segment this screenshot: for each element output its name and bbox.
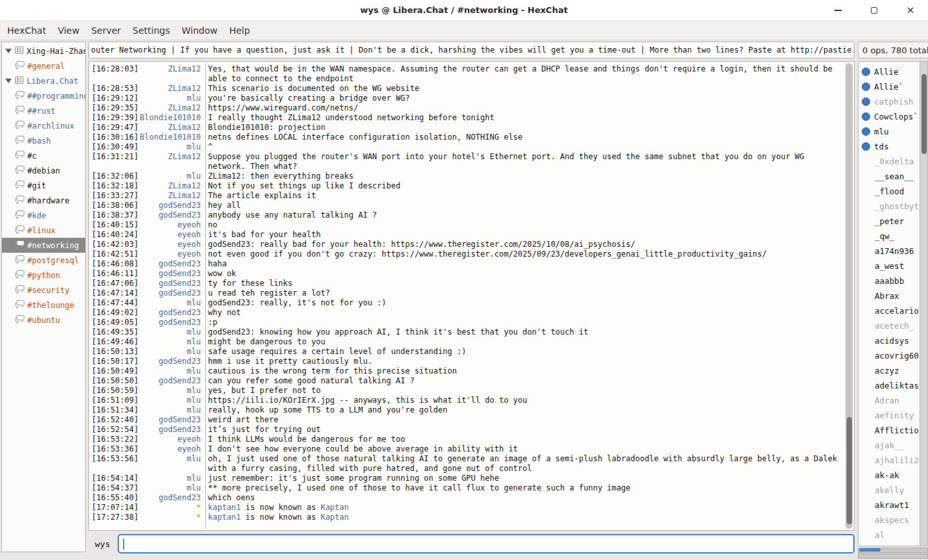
message-nick[interactable]: mlu [139, 142, 201, 152]
expander-icon[interactable] [5, 49, 12, 53]
message-nick[interactable]: eyeoh [139, 249, 201, 259]
user-list-item[interactable]: Allie` [858, 79, 920, 94]
message-nick[interactable]: ZLima12 [139, 84, 201, 94]
user-list-item[interactable]: _qw_ [858, 229, 920, 244]
message-nick[interactable]: mlu [139, 386, 201, 396]
message-nick[interactable]: ZLima12 [139, 152, 201, 172]
message-nick[interactable]: godSend23 [139, 493, 201, 503]
message-nick[interactable]: ZLima12 [139, 103, 201, 113]
user-list-item[interactable]: _0xdelta [858, 154, 920, 169]
tree-channel-hardware[interactable]: #hardware [2, 193, 85, 208]
tree-channel-archlinux[interactable]: #archlinux [2, 118, 85, 133]
user-list-item[interactable]: acovrig60 [858, 348, 920, 363]
user-list-item[interactable]: ajak__ [858, 438, 920, 453]
user-list-item[interactable]: acidsys [858, 333, 920, 348]
user-list-item[interactable]: aaabbb [858, 274, 920, 288]
user-list-item[interactable]: Afflictio [858, 423, 920, 438]
user-list-item[interactable]: Cowclops` [858, 109, 920, 124]
message-nick[interactable]: ZLima12 [139, 64, 201, 84]
user-list-item[interactable]: accelario [858, 303, 920, 318]
user-list-item[interactable]: adeliktas [858, 378, 920, 393]
message-nick[interactable]: godSend23 [139, 318, 201, 327]
message-nick[interactable]: ZLima12 [139, 123, 201, 133]
message-nick[interactable]: godSend23 [139, 415, 201, 425]
chat-scrollbar[interactable] [845, 63, 853, 529]
message-nick[interactable]: eyeoh [139, 220, 201, 230]
message-nick[interactable]: Blondie101010 [139, 113, 201, 123]
menu-item-server[interactable]: Server [85, 23, 127, 38]
nick-reference[interactable]: Kaptan [320, 513, 348, 522]
message-nick[interactable]: mlu [139, 347, 201, 357]
tree-channel-postgresql[interactable]: #postgresql [2, 253, 85, 268]
maximize-button[interactable] [866, 2, 883, 19]
tree-channel-python[interactable]: #python [2, 268, 85, 283]
message-nick[interactable]: godSend23 [139, 259, 201, 269]
tree-channel-c[interactable]: #c [2, 148, 85, 163]
tree-server-xinghaizhan[interactable]: Xing-Hai-Zhan [2, 44, 85, 58]
user-list-item[interactable]: al [858, 528, 920, 542]
minimize-button[interactable] [829, 2, 846, 19]
message-nick[interactable]: mlu [139, 366, 201, 376]
message-nick[interactable]: ZLima12 [139, 191, 201, 201]
user-list-item[interactable]: catphish [858, 94, 920, 109]
nick-reference[interactable]: Kaptan [320, 503, 348, 512]
tree-channel-debian[interactable]: #debian [2, 163, 85, 178]
message-input[interactable] [118, 534, 855, 554]
message-nick[interactable]: mlu [139, 454, 201, 474]
message-nick[interactable]: godSend23 [139, 201, 201, 210]
user-list-item[interactable]: akrawt1 [858, 498, 920, 513]
message-nick[interactable]: mlu [139, 172, 201, 181]
tree-channel-rust[interactable]: ##rust [2, 103, 85, 118]
tree-channel-networking[interactable]: #networking [2, 238, 85, 253]
user-list-item[interactable]: aefinity [858, 408, 920, 423]
event-star[interactable]: * [139, 513, 201, 522]
message-nick[interactable]: godSend23 [139, 269, 201, 279]
tree-server-liberachat[interactable]: Libera.Chat [2, 73, 85, 88]
message-nick[interactable]: godSend23 [139, 376, 201, 386]
menu-item-window[interactable]: Window [175, 23, 223, 38]
menu-item-settings[interactable]: Settings [127, 23, 175, 38]
message-nick[interactable]: godSend23 [139, 279, 201, 288]
message-nick[interactable]: ZLima12 [139, 181, 201, 191]
user-list-item[interactable]: __sean__ [858, 169, 920, 184]
message-nick[interactable]: mlu [139, 298, 201, 308]
tree-channel-security[interactable]: #security [2, 283, 85, 298]
message-nick[interactable]: eyeoh [139, 444, 201, 454]
menu-item-help[interactable]: Help [224, 23, 256, 38]
userlist-scrollbar-thumb[interactable] [922, 74, 927, 154]
tree-channel-ubuntu[interactable]: #ubuntu [2, 312, 85, 327]
user-list-item[interactable]: tds [858, 139, 920, 154]
event-star[interactable]: * [139, 503, 201, 513]
message-nick[interactable]: godSend23 [139, 288, 201, 298]
user-list-item[interactable]: akelly [858, 483, 920, 498]
nick-reference[interactable]: kaptan1 [208, 513, 241, 522]
tree-channel-thelounge[interactable]: #thelounge [2, 298, 85, 312]
user-list-item[interactable]: Adran [858, 393, 920, 408]
message-nick[interactable]: eyeoh [139, 230, 201, 240]
message-nick[interactable]: godSend23 [139, 308, 201, 318]
close-button[interactable]: ✕ [902, 2, 919, 19]
tree-channel-general[interactable]: #general [2, 58, 85, 73]
user-list-item[interactable]: acetech_ [858, 318, 920, 333]
user-list-item[interactable]: a_west [858, 259, 920, 274]
message-nick[interactable]: Blondie101010 [139, 133, 201, 142]
message-nick[interactable]: eyeoh [139, 435, 201, 444]
user-list-item[interactable]: _peter [858, 214, 920, 229]
user-list-item[interactable]: _flood [858, 184, 920, 199]
user-list-item[interactable]: mlu [858, 124, 920, 139]
userlist-scrollbar[interactable] [920, 61, 928, 546]
tree-channel-linux[interactable]: #linux [2, 223, 85, 238]
nick-reference[interactable]: kaptan1 [208, 503, 241, 512]
user-list-item[interactable]: Allie [858, 64, 920, 79]
tree-channel-programming[interactable]: ##programming [2, 88, 85, 103]
user-list-item[interactable]: ak-ak [858, 468, 920, 483]
topic-bar[interactable]: outer Networking | If you have a questio… [88, 42, 855, 58]
message-nick[interactable]: eyeoh [139, 240, 201, 249]
message-nick[interactable]: mlu [139, 337, 201, 347]
message-nick[interactable]: godSend23 [139, 210, 201, 220]
message-nick[interactable]: mlu [139, 327, 201, 337]
tree-channel-git[interactable]: #git [2, 178, 85, 193]
menu-item-view[interactable]: View [52, 23, 85, 38]
message-nick[interactable]: godSend23 [139, 425, 201, 435]
message-nick[interactable]: godSend23 [139, 357, 201, 366]
